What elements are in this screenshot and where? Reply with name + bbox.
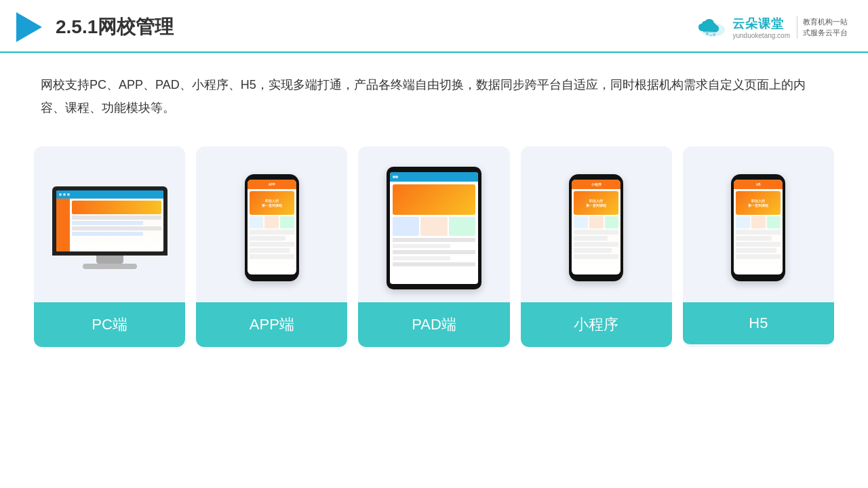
page-title: 2.5.1网校管理: [56, 14, 174, 40]
description: 网校支持PC、APP、PAD、小程序、H5，实现多端打通，产品各终端自由切换，数…: [0, 53, 868, 126]
monitor-mockup: [52, 186, 167, 269]
phone-mockup-app: APP 职达人的第一堂判课程: [245, 174, 299, 281]
header-left: 2.5.1网校管理: [16, 12, 174, 42]
card-miniprogram-label: 小程序: [521, 302, 672, 347]
phone-mockup-h5: H5 职达人的第一堂判课程: [731, 174, 785, 281]
card-pad-label: PAD端: [358, 302, 509, 347]
section-number: 2.5.1: [56, 16, 98, 37]
card-app-image: APP 职达人的第一堂判课程: [196, 146, 347, 302]
title-text: 网校管理: [98, 16, 174, 37]
header-right: 云朵课堂 yunduoketang.com 教育机构一站式服务云平台: [697, 16, 848, 39]
card-pc-image: [34, 146, 185, 302]
svg-point-2: [710, 35, 712, 37]
svg-point-1: [706, 33, 709, 35]
svg-point-3: [713, 33, 715, 36]
description-text: 网校支持PC、APP、PAD、小程序、H5，实现多端打通，产品各终端自由切换，数…: [41, 73, 827, 119]
card-h5-label: H5: [683, 302, 834, 344]
brand-text: 云朵课堂 yunduoketang.com: [732, 16, 790, 39]
card-pad-image: [358, 146, 509, 302]
card-miniprogram-image: 小程序 职达人的第一堂判课程: [521, 146, 672, 302]
card-h5-image: H5 职达人的第一堂判课程: [683, 146, 834, 302]
cloud-icon: [697, 16, 728, 38]
brand-url: yunduoketang.com: [732, 32, 790, 39]
brand-slogan: 教育机构一站式服务云平台: [797, 16, 848, 39]
card-pc: PC端: [34, 146, 185, 347]
card-h5: H5 职达人的第一堂判课程: [683, 146, 834, 347]
tablet-mockup: [387, 167, 481, 289]
phone-mockup-mini: 小程序 职达人的第一堂判课程: [569, 174, 623, 281]
card-pad: PAD端: [358, 146, 509, 347]
card-app: APP 职达人的第一堂判课程: [196, 146, 347, 347]
brand-name: 云朵课堂: [732, 16, 784, 32]
logo-triangle-icon: [16, 12, 42, 42]
card-pc-label: PC端: [34, 302, 185, 347]
brand-logo: 云朵课堂 yunduoketang.com 教育机构一站式服务云平台: [697, 16, 848, 39]
cards-container: PC端 APP 职达人的第一堂判课程: [0, 126, 868, 347]
card-app-label: APP端: [196, 302, 347, 347]
card-miniprogram: 小程序 职达人的第一堂判课程: [521, 146, 672, 347]
header: 2.5.1网校管理 云朵课堂 yunduoketang.com 教育机构一站式服…: [0, 0, 868, 53]
